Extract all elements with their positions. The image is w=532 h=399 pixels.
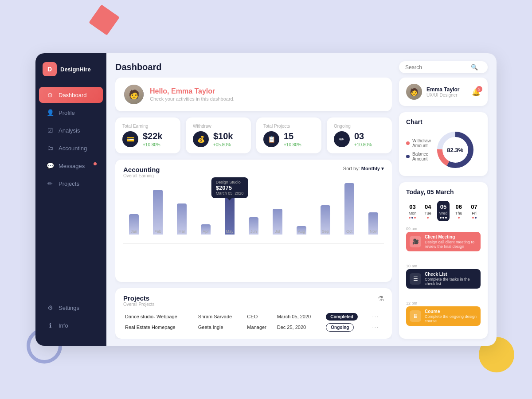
bar-col-oct[interactable]: Oct (339, 182, 360, 235)
table-row: Real Estate Homepage Geeta Ingle Manager… (123, 322, 384, 332)
project-more[interactable]: ··· (371, 322, 384, 332)
filter-icon[interactable]: ⚗ (378, 294, 384, 303)
search-input[interactable] (405, 64, 467, 70)
cal-day-name: Wed (439, 211, 447, 215)
sidebar-item-accounting[interactable]: 🗂 Accounting (39, 140, 103, 156)
bar-col-feb[interactable]: Feb (147, 182, 168, 235)
donut-percent: 82.3% (447, 147, 463, 153)
bar-col-mar[interactable]: Mar (171, 182, 192, 235)
sidebar-item-label: Dashboard (59, 92, 87, 98)
greeting-subtitle: Check your activities in this dashboard. (150, 96, 235, 102)
sidebar-item-dashboard[interactable]: ⊙ Dashboard (39, 87, 103, 103)
bar-label: Jun (250, 229, 257, 234)
calendar-day-07[interactable]: 07Fri (468, 201, 481, 221)
sidebar-item-settings[interactable]: ⚙ Settings (39, 300, 103, 316)
bar-label: Sep (322, 229, 329, 234)
analysis-icon: ☑ (46, 127, 54, 134)
sidebar-item-info[interactable]: ℹ Info (39, 317, 103, 333)
bar-col-nov[interactable]: Nov (363, 182, 384, 235)
bar-col-aug[interactable]: Aug (291, 182, 312, 235)
cal-dots (427, 217, 429, 219)
calendar-day-05[interactable]: 05Wed (437, 201, 450, 221)
bar-label: Jul (275, 229, 280, 234)
project-name: Real Estate Homepage (123, 322, 196, 332)
user-info: Emma Taylor UX/UI Designer (426, 86, 467, 98)
sort-by-dropdown[interactable]: Sort by: Monthly ▾ (343, 166, 384, 172)
project-status: Ongoing (324, 322, 370, 332)
bar-label: Nov (370, 229, 377, 234)
time-slot-meeting: 09 am 🎥 Client Meeting Design call clien… (406, 227, 481, 251)
content-area: 🧑 Hello, Emma Taylor Check your activiti… (106, 78, 497, 346)
stat-change: +10.80% (143, 142, 163, 147)
projects-title: Projects (123, 294, 155, 302)
bar-col-sep[interactable]: Sep (315, 182, 336, 235)
notification-button[interactable]: 🔔 2 (472, 88, 481, 96)
calendar-day-06[interactable]: 06Thu (452, 201, 465, 221)
stat-change: +10.80% (354, 142, 372, 147)
legend-dot-withdraw (406, 141, 410, 145)
user-card: 🧑 Emma Taylor UX/UI Designer 🔔 2 (399, 78, 488, 106)
cal-day-num: 05 (440, 203, 446, 210)
sidebar-item-label: Settings (59, 305, 79, 311)
time-slot-checklist: 10 am ☰ Check List Complete the tasks in… (406, 264, 481, 289)
time-slot-course: 12 pm 🖥 Course Complete the ongoing desi… (406, 301, 481, 326)
cal-dot (475, 217, 477, 219)
header: Dashboard 🔍 (106, 53, 497, 78)
app-container: D DesignHire ⊙ Dashboard 👤 Profile ☑ Ana… (35, 53, 497, 346)
cal-dot (442, 217, 444, 219)
bar-label: Mar (178, 229, 185, 234)
stat-card-withdraw: Withdraw 💰 $10k +05.80% (186, 117, 251, 153)
event-card-meeting[interactable]: 🎥 Client Meeting Design call client meet… (406, 232, 481, 251)
user-role: UX/UI Designer (426, 93, 467, 98)
event-card-checklist[interactable]: ☰ Check List Complete the tasks in the c… (406, 269, 481, 289)
sidebar-item-label: Info (59, 322, 68, 329)
stat-value: $22k (143, 131, 163, 141)
event-icon: 🖥 (410, 310, 421, 322)
calendar-day-04[interactable]: 04Tue (422, 201, 434, 221)
cal-day-num: 07 (471, 203, 477, 210)
legend-label-withdraw: WithdrawAmount (412, 138, 431, 148)
cal-day-name: Fri (472, 211, 477, 215)
project-role: CEO (245, 311, 275, 322)
sidebar-logo: D DesignHire (35, 62, 106, 87)
project-name: Dance studio- Webpage (123, 311, 196, 322)
bar-col-jan[interactable]: Jan (123, 182, 145, 235)
messages-badge (94, 162, 97, 165)
event-icon: 🎥 (410, 236, 421, 247)
project-status: Completed (324, 311, 370, 322)
calendar-day-03[interactable]: 03Mon (406, 201, 419, 221)
event-card-course[interactable]: 🖥 Course Complete the ongoing design cou… (406, 306, 481, 326)
chart-title: Chart (406, 118, 481, 125)
time-label: 12 pm (406, 301, 481, 305)
cal-dot (458, 217, 460, 219)
cal-day-num: 03 (409, 203, 415, 210)
user-name: Emma Taylor (426, 86, 467, 93)
time-label: 10 am (406, 264, 481, 268)
cal-dot (472, 217, 474, 219)
cal-dots (409, 217, 416, 219)
bar-col-jun[interactable]: Jun (243, 182, 264, 235)
sidebar-item-label: Accounting (59, 145, 87, 152)
sidebar-item-projects[interactable]: ✏ Projects (39, 176, 103, 192)
sidebar-item-messages[interactable]: 💬 Messages (39, 158, 103, 174)
project-more[interactable]: ··· (371, 311, 384, 322)
sidebar-nav: ⊙ Dashboard 👤 Profile ☑ Analysis 🗂 Accou… (35, 87, 106, 300)
bar-chart: JanFebMarAprDesign Studio$2075March 05, … (123, 182, 384, 244)
calendar-title: Today, 05 March (406, 188, 481, 196)
sidebar-item-analysis[interactable]: ☑ Analysis (39, 122, 103, 138)
stat-label: Ongoing (334, 124, 385, 129)
bar-col-apr[interactable]: Apr (195, 182, 216, 235)
time-label: 09 am (406, 227, 481, 231)
bar-col-jul[interactable]: Jul (267, 182, 288, 235)
time-labels: 09 am 🎥 Client Meeting Design call clien… (406, 227, 481, 326)
hello-text: Hello, Emma Taylor Check your activities… (150, 87, 235, 102)
event-title: Check List (425, 272, 477, 277)
bar-label: May (226, 229, 233, 234)
bar-label: Oct (346, 229, 352, 234)
calendar-days: 03Mon04Tue05Wed06Thu07Fri (406, 201, 481, 221)
project-date: March 05, 2020 (275, 311, 325, 322)
sidebar-item-profile[interactable]: 👤 Profile (39, 105, 103, 121)
stat-icon-withdraw: 💰 (193, 131, 209, 147)
project-role: Manager (245, 322, 275, 332)
bar-col-may[interactable]: Design Studio$2075March 05, 2020May (219, 182, 240, 235)
